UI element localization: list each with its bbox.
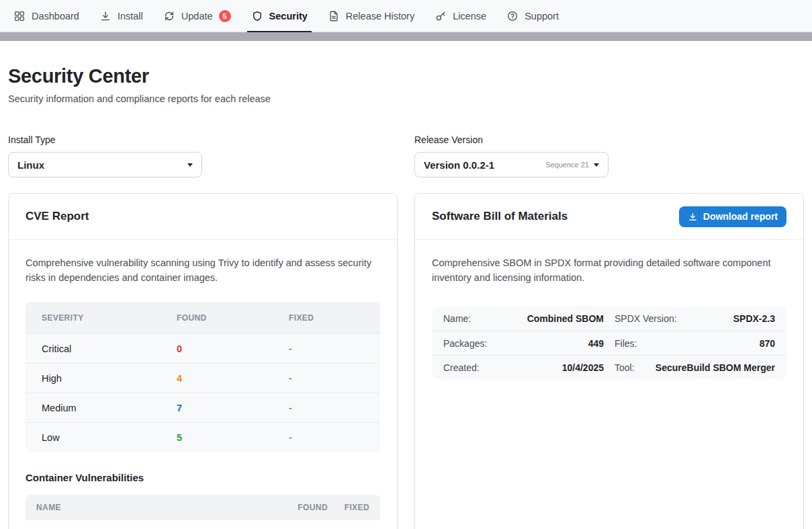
sbom-name-label: Name: — [443, 313, 471, 324]
download-report-button[interactable]: Download report — [679, 206, 786, 227]
sbom-tool-label: Tool: — [615, 362, 635, 373]
nav-tab-release-history[interactable]: Release History — [318, 0, 424, 32]
install-type-select[interactable]: Linux — [8, 152, 202, 177]
refresh-icon — [163, 10, 175, 22]
sbom-details-panel: Name: Combined SBOM SPDX Version: SPDX-2… — [432, 307, 786, 379]
severity-name: High — [42, 373, 177, 384]
download-report-label: Download report — [703, 211, 778, 222]
nav-tab-label: Install — [118, 11, 143, 22]
severity-table: SEVERITY FOUND FIXED Critical 0 - High 4… — [26, 302, 380, 452]
cve-report-card: CVE Report Comprehensive vulnerability s… — [8, 193, 398, 529]
col-name: NAME — [36, 503, 266, 512]
sbom-name-value: Combined SBOM — [527, 313, 604, 324]
shield-icon — [251, 10, 263, 22]
sbom-packages-label: Packages: — [443, 338, 487, 349]
cards-row: CVE Report Comprehensive vulnerability s… — [8, 193, 804, 529]
sbom-created-label: Created: — [443, 362, 480, 373]
update-count-badge: 5 — [219, 10, 231, 22]
page-title: Security Center — [8, 65, 804, 87]
fixed-count: - — [289, 403, 380, 413]
download-icon — [99, 10, 111, 22]
sbom-tool-value: SecureBuild SBOM Merger — [656, 362, 775, 373]
found-count: 4 — [177, 373, 289, 384]
sbom-spdx-version-value: SPDX-2.3 — [733, 313, 775, 324]
nav-tab-label: Dashboard — [32, 11, 79, 22]
release-version-label: Release Version — [414, 134, 804, 145]
nav-tab-dashboard[interactable]: Dashboard — [3, 0, 89, 32]
severity-row-high: High 4 - — [26, 363, 380, 393]
nav-tab-support[interactable]: Support — [496, 0, 569, 32]
sbom-card-header: Software Bill of Materials Download repo… — [415, 194, 803, 240]
install-type-value: Linux — [17, 159, 44, 171]
nav-tab-label: Update — [181, 11, 213, 22]
help-icon — [506, 10, 518, 22]
release-version-value: Version 0.0.2-1 — [424, 159, 494, 171]
nav-tab-label: Release History — [346, 11, 414, 22]
severity-row-low: Low 5 - — [26, 422, 380, 452]
sbom-row: Created: 10/4/2025 Tool: SecureBuild SBO… — [432, 355, 786, 379]
fixed-count: - — [289, 373, 380, 384]
found-count: 5 — [177, 432, 289, 443]
nav-tab-install[interactable]: Install — [89, 0, 153, 32]
nav-tab-label: Support — [525, 11, 559, 22]
sbom-spdx-version-label: SPDX Version: — [615, 313, 677, 324]
chevron-down-icon — [594, 163, 599, 167]
fixed-count: - — [289, 343, 380, 354]
key-icon — [435, 10, 447, 22]
cve-card-title: CVE Report — [26, 210, 89, 223]
page-subtitle: Security information and compliance repo… — [8, 93, 804, 104]
top-divider — [0, 32, 812, 41]
col-fixed: FIXED — [289, 313, 380, 323]
sbom-row: Packages: 449 Files: 870 — [432, 331, 786, 355]
nav-tab-update[interactable]: Update 5 — [153, 0, 241, 32]
cve-card-header: CVE Report — [9, 194, 397, 240]
fixed-count: - — [289, 432, 380, 443]
col-found: FOUND — [266, 503, 328, 512]
nav-tab-label: Security — [269, 11, 308, 22]
nav-tab-license[interactable]: License — [424, 0, 496, 32]
document-icon — [328, 10, 340, 22]
sbom-description: Comprehensive SBOM in SPDX format provid… — [432, 256, 786, 285]
severity-row-critical: Critical 0 - — [26, 333, 380, 363]
severity-name: Low — [42, 432, 177, 443]
release-version-select[interactable]: Version 0.0.2-1 Sequence 21 — [414, 152, 608, 177]
col-severity: SEVERITY — [42, 313, 177, 323]
nav-tab-security[interactable]: Security — [241, 0, 318, 32]
download-icon — [688, 212, 698, 222]
sbom-card-title: Software Bill of Materials — [432, 210, 568, 223]
found-count: 0 — [177, 343, 289, 354]
cve-description: Comprehensive vulnerability scanning usi… — [26, 256, 380, 285]
sbom-card: Software Bill of Materials Download repo… — [414, 193, 804, 529]
top-nav: Dashboard Install Update 5 Security Rele… — [0, 0, 812, 32]
nav-tab-label: License — [453, 11, 486, 22]
sequence-label: Sequence 21 — [545, 161, 589, 169]
found-count: 7 — [177, 403, 289, 413]
sbom-packages-value: 449 — [588, 338, 604, 349]
sbom-created-value: 10/4/2025 — [562, 362, 604, 373]
container-vulnerabilities-title: Container Vulnerabilities — [26, 472, 380, 483]
severity-table-header: SEVERITY FOUND FIXED — [26, 302, 380, 333]
col-fixed: FIXED — [328, 503, 369, 512]
severity-name: Medium — [42, 403, 177, 413]
sbom-files-value: 870 — [760, 338, 775, 349]
container-table-header: NAME FOUND FIXED — [26, 495, 380, 520]
chevron-down-icon — [187, 163, 193, 167]
grid-icon — [13, 10, 26, 22]
severity-name: Critical — [42, 343, 177, 354]
main-content: Security Center Security information and… — [0, 65, 812, 529]
install-type-label: Install Type — [8, 134, 398, 145]
col-found: FOUND — [177, 313, 289, 323]
severity-row-medium: Medium 7 - — [26, 393, 380, 422]
filters-row: Install Type Linux Release Version Versi… — [8, 134, 804, 177]
sbom-row: Name: Combined SBOM SPDX Version: SPDX-2… — [432, 307, 786, 331]
sbom-files-label: Files: — [615, 338, 637, 349]
